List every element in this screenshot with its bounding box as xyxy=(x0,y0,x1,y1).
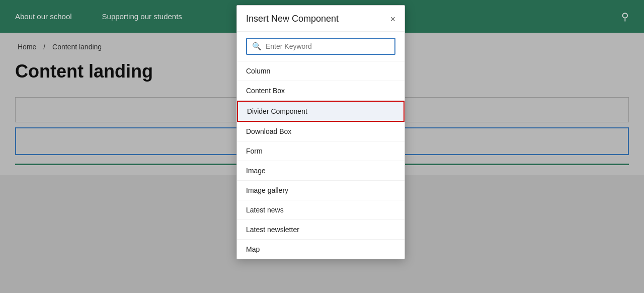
component-list-item[interactable]: Latest newsletter xyxy=(237,220,405,240)
search-input-wrapper: 🔍 xyxy=(246,38,395,55)
component-list-item[interactable]: Content Box xyxy=(237,81,405,101)
component-list-item[interactable]: Download Box xyxy=(237,122,405,141)
component-list-item[interactable]: Form xyxy=(237,141,405,161)
modal-close-button[interactable]: × xyxy=(390,15,395,24)
component-list-item[interactable]: Map xyxy=(237,240,405,259)
search-icon: 🔍 xyxy=(252,42,262,51)
component-list-item[interactable]: Latest news xyxy=(237,200,405,220)
search-input[interactable] xyxy=(266,42,389,50)
modal-header: Insert New Component × xyxy=(237,6,405,32)
modal-title: Insert New Component xyxy=(246,14,339,24)
component-list-item[interactable]: Divider Component xyxy=(237,101,405,122)
component-list-item[interactable]: Column xyxy=(237,61,405,81)
component-list-item[interactable]: Image xyxy=(237,161,405,181)
component-list-item[interactable]: Image gallery xyxy=(237,181,405,200)
component-list: ColumnContent BoxDivider ComponentDownlo… xyxy=(237,61,405,259)
search-container: 🔍 xyxy=(237,32,405,61)
insert-component-modal: Insert New Component × 🔍 ColumnContent B… xyxy=(236,5,405,259)
